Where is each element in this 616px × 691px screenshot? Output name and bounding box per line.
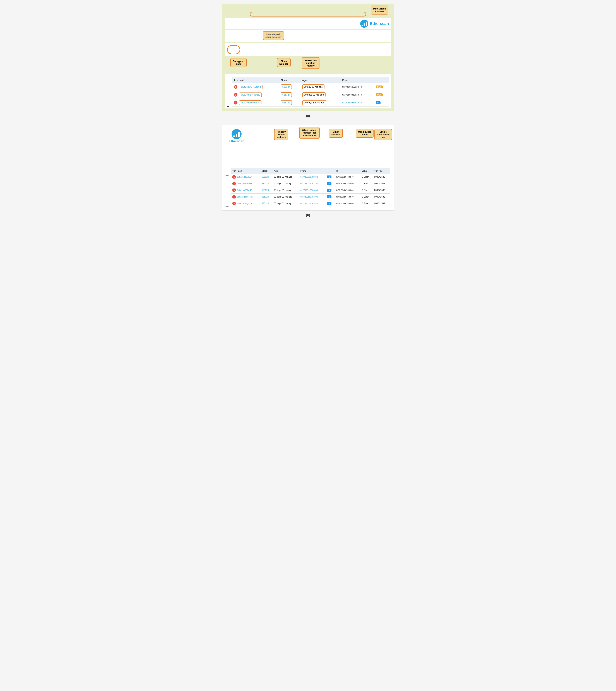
b-badge-cell: IN [326,194,335,200]
b-from-cell: 0x77d50cb67638f40 [300,174,326,180]
b-to-cell: 0x77d50cb67638f40 [335,187,361,194]
b-txn-hash[interactable]: 0x0e2b56cvs653 [237,183,252,185]
age-value: 00 days 1.5 hrs ago [302,100,326,105]
bth-value: Value [361,168,372,174]
b-row-number: 3 [232,188,236,192]
b-age-cell: 00 days 01 hrs ago [273,194,300,200]
b-block-cell[interactable]: 535324 [261,194,273,200]
b-to-cell: 0x77d50cb67638f40 [335,194,361,200]
table-row: 1 0x0e2bfsdf3456g56g [232,83,279,91]
part-b-section: Etherscan RinkebyServeraddress When mine… [222,125,394,211]
b-to-cell: 0x77d50cb67638f40 [335,180,361,187]
b-direction-badge: IN [327,202,331,205]
b-age-cell: 00 days 01 hrs ago [273,200,300,207]
bth-age: Age [273,168,300,174]
b-row-number: 1 [232,175,236,179]
etherscan-brand-b: Etherscan [229,140,244,143]
block-cell[interactable]: 535324 [279,99,301,107]
badge-cell: OUT [374,83,389,91]
badge-cell: OUT [374,91,389,99]
part-a-label: (a) [222,114,394,118]
bth-fee: [Txn Fee] [373,168,390,174]
age-cell: 00 days 1.5 hrs ago [301,99,340,107]
b-direction-badge: IN [327,195,331,198]
etherscan-icon-b [231,129,242,140]
th-badge [374,78,389,83]
b-table-row: 2 0x0e2b56cvs653 [231,180,261,187]
b-to-cell: 0x77d50cb67638f40 [335,200,361,207]
block-cell[interactable]: 535324 [279,83,301,91]
b-fee-cell: 0.00041532 [373,174,390,180]
svg-rect-5 [233,135,235,137]
used-ether-callout: Used Ethervalue [356,129,374,138]
b-row-number: 4 [232,195,236,198]
from-cell: 0x77d50cb67638f40 [340,91,374,99]
block-number[interactable]: 535324 [281,92,292,97]
b-direction-badge: IN [327,175,331,179]
b-value-cell: 0 Ether [361,180,372,187]
txn-hash[interactable]: 0x0e2bfsdf3456g56g [239,85,263,89]
direction-badge: OUT [376,85,383,88]
etherscan-logo-a: Etherscan [360,19,389,28]
svg-rect-3 [366,22,367,26]
b-txn-hash[interactable]: 0x0e2b234fsc42c [237,196,252,198]
table-row: 3 0x0e2bfgnfgh34576 [232,99,279,107]
block-cell[interactable]: 535324 [279,91,301,99]
row-number: 3 [234,101,238,105]
part-a-section: Miner/NodeAddress Etherscan User depo [222,4,394,111]
b-badge-cell: IN [326,174,335,180]
txn-hash[interactable]: 0x0e2bfgfg456ghj68 [239,92,262,97]
svg-rect-1 [361,25,362,26]
rinkeby-callout: RinkebyServeraddress [274,129,288,140]
transactions-table-b: Txn Hash Block Age From To Value [Txn Fe… [231,168,390,207]
b-age-cell: 00 days 01 hrs ago [273,174,300,180]
b-fee-cell: 0.00041532 [373,194,390,200]
when-miner-callout: When minerrequest fortransaction [299,127,320,139]
txn-hash[interactable]: 0x0e2bfgnfgh34576 [239,100,261,105]
block-number[interactable]: 535324 [281,100,292,105]
ether-address-banner [250,12,366,17]
b-block-cell[interactable]: 535324 [261,187,273,194]
txn-duration-callout: transactiondurationhistory [302,57,320,69]
etherscan-logo-b: Etherscan [226,129,247,143]
b-row-number: 2 [232,182,236,185]
b-from-cell: 0x77d50cb67638f40 [300,194,326,200]
th-block: Block [279,78,301,83]
b-to-cell: 0x77d50cb67638f40 [335,174,361,180]
bth-txn-hash: Txn Hash [231,168,261,174]
from-cell: 0x77d50cb67638f40 [340,99,374,107]
b-table-row: 1 0x0e2b23sfsf234 [231,174,261,180]
user-deposit-callout: User depositether currency [263,31,284,40]
bth-to: To [335,168,361,174]
single-txn-callout: Singletransectionfee [374,129,392,140]
row-number: 1 [234,85,238,89]
b-block-cell[interactable]: 535324 [261,180,273,187]
part-b-table-wrapper: RTU Transaction Txn Hash Block Age From … [226,168,390,207]
overview-section: User depositether currency [225,30,391,42]
etherscan-icon [360,19,369,28]
b-txn-hash[interactable]: 0x0e2bf34fg632f [237,202,252,205]
b-txn-hash[interactable]: 0x0e2bw35fsc42. [237,189,252,191]
svg-rect-6 [236,134,237,137]
b-value-cell: 0 Ether [361,187,372,194]
b-direction-badge: IN [327,182,331,185]
part-b-label: (b) [222,213,394,217]
th-age: Age [301,78,340,83]
svg-rect-2 [364,23,365,26]
row-number: 2 [234,93,238,97]
b-block-cell[interactable]: 535324 [261,174,273,180]
b-age-cell: 00 days 01 hrs ago [273,180,300,187]
b-txn-hash[interactable]: 0x0e2b23sfsf234 [237,176,252,178]
miner-node-callout: Miner/NodeAddress [371,5,389,15]
b-fee-cell: 0.00041532 [373,180,390,187]
block-number-callout: BlockNumber [277,58,291,67]
badge-cell: IN [374,99,389,107]
block-number[interactable]: 535324 [281,84,292,89]
b-from-cell: 0x77d50cb67638f40 [300,200,326,207]
bth-from: From [300,168,326,174]
b-direction-badge: IN [327,189,331,192]
age-value: 00 day 02 hrs ago [302,84,325,89]
b-table-row: 5 0x0e2bf34fg632f [231,200,261,207]
direction-badge: OUT [376,93,383,96]
b-block-cell[interactable]: 535324 [261,200,273,207]
